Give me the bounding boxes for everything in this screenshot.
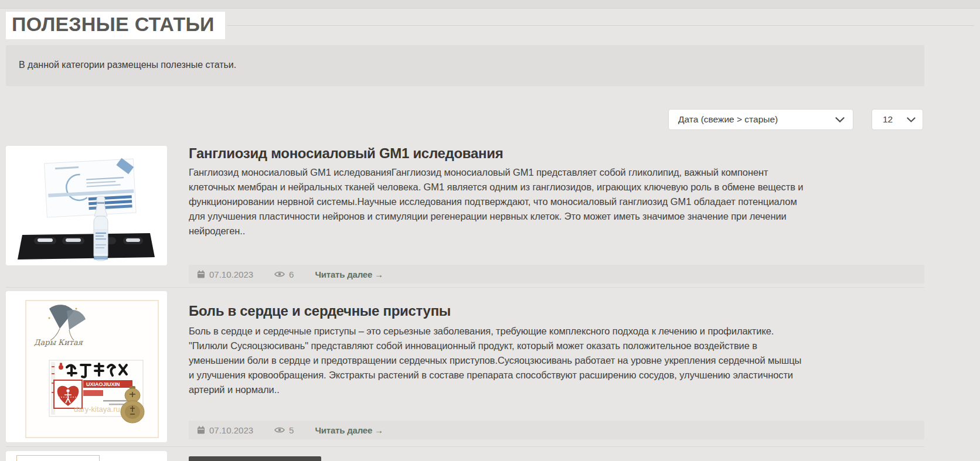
article-title-clipped <box>189 456 321 461</box>
calendar-icon <box>197 270 205 278</box>
box-latin-label: UXIAOJIUXIN <box>86 381 120 387</box>
page-title: ПОЛЕЗНЫЕ СТАТЬИ <box>6 12 225 39</box>
header-rule <box>227 25 974 26</box>
article-card-partial <box>6 451 924 461</box>
card-divider <box>6 287 924 288</box>
eye-icon <box>274 426 285 433</box>
article-date-group: 07.10.2023 <box>197 425 253 435</box>
article-title[interactable]: Боль в сердце и сердечные приступы <box>189 303 924 319</box>
article-views: 6 <box>289 269 294 279</box>
page-header: ПОЛЕЗНЫЕ СТАТЬИ <box>6 12 974 39</box>
eye-icon <box>274 271 285 278</box>
article-views-group: 6 <box>274 269 294 279</box>
article-views-group: 5 <box>274 425 294 435</box>
per-page-select[interactable]: 12 <box>872 109 923 130</box>
article-excerpt: Боль в сердце и сердечные приступы – это… <box>189 324 924 397</box>
sort-select[interactable]: Дата (свежие > старые) <box>668 109 853 130</box>
read-more-link[interactable]: Читать далее → <box>315 269 383 279</box>
chevron-down-icon <box>907 117 916 122</box>
article-card: Ганглиозид моносиаловый GM1 иследования … <box>6 145 924 284</box>
category-description-text: В данной категории размещены полезные ст… <box>19 60 236 70</box>
article-card: Дары Китая UXIAOJIUXIN <box>6 291 924 442</box>
article-date: 07.10.2023 <box>209 425 253 435</box>
article-thumbnail[interactable] <box>6 451 167 461</box>
per-page-select-value: 12 <box>883 114 893 125</box>
chevron-down-icon <box>835 117 845 122</box>
article-date-group: 07.10.2023 <box>197 269 253 279</box>
ampoules-photo-illustration <box>6 146 167 265</box>
heart-pills-photo-illustration: Дары Китая UXIAOJIUXIN <box>6 291 167 442</box>
brand-logo-text: Дары Китая <box>34 338 84 347</box>
article-meta-bar: 07.10.2023 6 Читать далее → <box>189 265 924 284</box>
sort-select-value: Дата (свежие > старые) <box>678 114 778 125</box>
article-title[interactable]: Ганглиозид моносиаловый GM1 иследования <box>189 145 924 162</box>
read-more-link[interactable]: Читать далее → <box>315 425 383 435</box>
article-meta-bar: 07.10.2023 5 Читать далее → <box>189 421 924 439</box>
article-views: 5 <box>289 425 294 435</box>
article-thumbnail[interactable]: Дары Китая UXIAOJIUXIN <box>6 291 167 442</box>
top-section-edge <box>0 0 980 9</box>
watermark-text: dary-kitaya.ru <box>74 405 120 414</box>
article-thumbnail[interactable] <box>6 146 167 265</box>
category-description-box: В данной категории размещены полезные ст… <box>6 45 924 86</box>
card-divider <box>6 446 924 447</box>
article-date: 07.10.2023 <box>209 269 253 279</box>
calendar-icon <box>197 426 205 434</box>
article-excerpt: Ганглиозид моносиаловый GM1 иследованияГ… <box>189 165 924 238</box>
photo-border-edge <box>16 455 100 461</box>
